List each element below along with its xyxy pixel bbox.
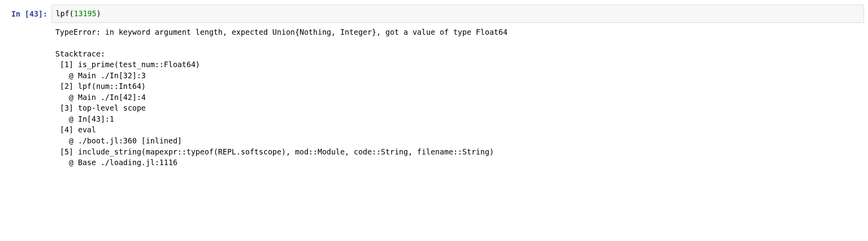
prompt-suffix: ]: [38,9,47,18]
stack-frame: @ Main ./In[32]:3 [55,71,146,80]
stack-frame: [4] eval [55,125,96,134]
stacktrace-header: Stacktrace: [55,49,105,58]
cell-content: lpf(13195) [51,5,864,23]
code-input[interactable]: lpf(13195) [51,5,864,23]
stack-frame: @ ./boot.jl:360 [inlined] [55,136,182,145]
notebook-cell: In [43]: lpf(13195) [4,5,864,23]
stack-frame: [1] is_prime(test_num::Float64) [55,60,200,69]
stack-frame: [2] lpf(num::Int64) [55,82,146,90]
error-message: TypeError: in keyword argument length, e… [55,28,508,36]
output-row: TypeError: in keyword argument length, e… [4,23,864,171]
stack-frame: @ Base ./loading.jl:1116 [55,158,177,167]
output-prompt-spacer [4,23,51,171]
code-number-literal: 13195 [74,9,96,18]
prompt-number: 43 [29,9,38,18]
code-open-paren: ( [69,9,74,18]
output-content: TypeError: in keyword argument length, e… [51,23,864,171]
stack-frame: @ In[43]:1 [55,115,114,123]
stack-frame: @ Main ./In[42]:4 [55,93,146,102]
prompt-prefix: In [ [11,9,29,18]
input-prompt: In [43]: [4,5,51,23]
stack-frame: [5] include_string(mapexpr::typeof(REPL.… [55,147,494,156]
error-output: TypeError: in keyword argument length, e… [51,23,864,171]
code-close-paren: ) [96,9,101,18]
code-function-name: lpf [56,9,69,18]
stack-frame: [3] top-level scope [55,104,146,112]
